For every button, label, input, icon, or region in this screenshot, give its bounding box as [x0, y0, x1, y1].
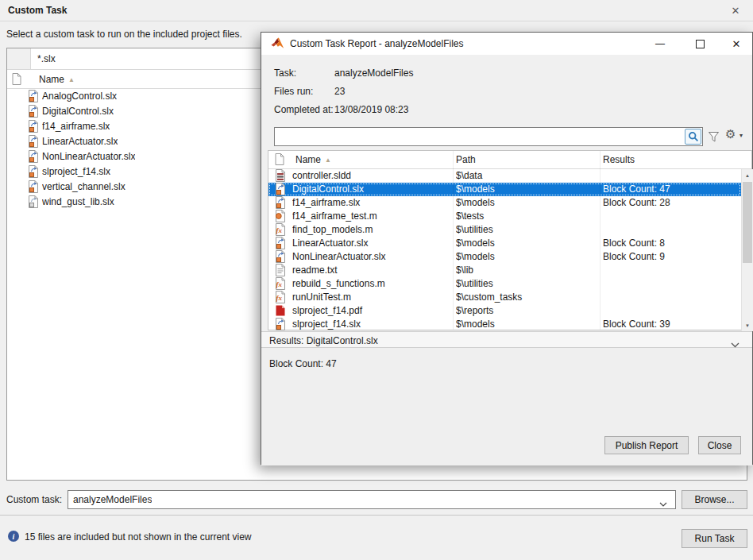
simulink-model-icon — [275, 196, 286, 209]
close-button[interactable]: Close — [698, 436, 741, 454]
file-path: $\models — [456, 318, 597, 331]
publish-report-button[interactable]: Publish Report — [604, 436, 689, 454]
text-file-icon — [275, 264, 286, 276]
window-titlebar: Custom Task ✕ — [0, 0, 753, 21]
result-value: Block Count: 28 — [603, 196, 738, 210]
column-header-name[interactable]: Name▲ — [295, 154, 331, 165]
report-info-row: Completed at:13/08/2019 08:23 — [261, 104, 752, 116]
file-path: $\utilities — [456, 223, 597, 237]
file-name: f14_airframe.slx — [292, 196, 450, 210]
result-value: Block Count: 39 — [603, 318, 738, 331]
search-button[interactable] — [685, 129, 701, 145]
scrollbar-thumb[interactable] — [743, 182, 752, 263]
filter-button[interactable] — [706, 129, 720, 144]
table-row[interactable]: LinearActuator.slx$\modelsBlock Count: 8 — [268, 237, 741, 250]
result-value: Block Count: 8 — [603, 237, 738, 250]
file-name: controller.sldd — [292, 169, 450, 183]
simulink-model-icon — [28, 120, 39, 133]
filter-gutter — [7, 48, 31, 69]
info-icon: i — [8, 531, 19, 542]
pdf-file-icon — [275, 304, 286, 317]
sort-ascending-icon: ▲ — [325, 156, 331, 164]
scroll-down-icon[interactable]: ▼ — [742, 319, 753, 331]
name-column-label: Name — [39, 74, 64, 85]
file-path: $\data — [456, 169, 597, 183]
info-label: Completed at: — [274, 104, 334, 116]
info-value: analyzeModelFiles — [334, 68, 413, 79]
file-name: f14_airframe_test.m — [292, 210, 450, 223]
simulink-model-icon — [28, 135, 39, 148]
table-row[interactable]: f14_airframe_test.m$\tests — [268, 210, 741, 223]
column-header-results[interactable]: Results — [603, 154, 635, 165]
custom-task-combobox[interactable]: analyzeModelFiles — [68, 490, 676, 509]
dialog-close-button[interactable]: ✕ — [727, 33, 746, 55]
search-input[interactable] — [274, 127, 703, 146]
simulink-model-icon — [275, 183, 286, 195]
report-table-header: Name▲ Path Results — [268, 151, 751, 169]
simulink-model-icon — [275, 318, 286, 330]
chevron-down-icon — [659, 498, 667, 509]
info-label: Task: — [274, 68, 296, 79]
results-section-header[interactable]: Results: DigitalControl.slx — [261, 331, 752, 348]
instruction-text: Select a custom task to run on the inclu… — [6, 29, 242, 40]
table-row[interactable]: controller.sldd$\data — [268, 169, 741, 183]
settings-button[interactable]: ⚙ ▾ — [725, 126, 749, 145]
custom-task-label: Custom task: — [6, 494, 62, 505]
minimize-button[interactable]: — — [651, 33, 670, 55]
svg-text:fx: fx — [276, 294, 283, 302]
result-detail: Block Count: 47 — [269, 358, 337, 369]
file-type-column-icon — [275, 153, 286, 166]
file-name: slproject_f14.slx — [42, 164, 110, 180]
maximize-icon — [696, 40, 705, 48]
window-close-icon[interactable]: ✕ — [728, 3, 743, 17]
file-name: vertical_channel.slx — [42, 180, 126, 195]
file-path: $\utilities — [456, 277, 597, 291]
browse-button[interactable]: Browse... — [682, 490, 747, 509]
dialog-title: Custom Task Report - analyzeModelFiles — [290, 38, 464, 49]
info-value: 23 — [334, 86, 345, 98]
custom-task-report-dialog: Custom Task Report - analyzeModelFiles —… — [261, 32, 753, 465]
file-name: AnalogControl.slx — [42, 89, 117, 104]
file-path: $\models — [456, 250, 597, 264]
file-name: find_top_models.m — [292, 223, 450, 237]
data-dictionary-icon — [275, 169, 286, 182]
file-name: LinearActuator.slx — [292, 237, 450, 250]
file-path: $\reports — [456, 304, 597, 318]
table-row[interactable]: DigitalControl.slx$\modelsBlock Count: 4… — [268, 183, 741, 196]
svg-text:fx: fx — [276, 226, 283, 234]
matlab-function-icon: fx — [275, 223, 286, 236]
simulink-model-icon — [28, 165, 39, 178]
file-path: $\models — [456, 183, 597, 196]
table-row[interactable]: slproject_f14.pdf$\reports — [268, 304, 741, 318]
result-value: Block Count: 9 — [603, 250, 738, 264]
results-header-label: Results: DigitalControl.slx — [269, 334, 378, 349]
file-name: DigitalControl.slx — [292, 183, 450, 196]
table-row[interactable]: fxfind_top_models.m$\utilities — [268, 223, 741, 237]
column-header-path[interactable]: Path — [456, 154, 476, 165]
report-info-row: Files run:23 — [261, 86, 752, 98]
table-row[interactable]: fxrebuild_s_functions.m$\utilities — [268, 277, 741, 291]
file-name: slproject_f14.pdf — [292, 304, 450, 318]
simulink-model-icon — [28, 150, 39, 163]
table-row[interactable]: readme.txt$\lib — [268, 264, 741, 277]
table-row[interactable]: fxrunUnitTest.m$\custom_tasks — [268, 291, 741, 304]
file-name: DigitalControl.slx — [42, 104, 114, 119]
result-value: Block Count: 47 — [603, 183, 738, 196]
run-task-button[interactable]: Run Task — [682, 529, 747, 548]
footer-info-text: 15 files are included but not shown in t… — [25, 531, 252, 543]
table-row[interactable]: slproject_f14.slx$\modelsBlock Count: 39 — [268, 318, 741, 331]
dropdown-caret-icon: ▾ — [739, 132, 743, 139]
simulink-model-icon — [28, 90, 39, 102]
scroll-up-icon[interactable]: ▲ — [742, 169, 753, 181]
file-path: $\models — [456, 196, 597, 210]
file-name: f14_airframe.slx — [42, 119, 110, 134]
custom-task-value: analyzeModelFiles — [73, 494, 152, 505]
file-name: rebuild_s_functions.m — [292, 277, 450, 291]
table-row[interactable]: NonLinearActuator.slx$\modelsBlock Count… — [268, 250, 741, 264]
maximize-button[interactable] — [690, 33, 709, 55]
file-name: LinearActuator.slx — [42, 134, 118, 149]
table-row[interactable]: f14_airframe.slx$\modelsBlock Count: 28 — [268, 196, 741, 210]
table-scrollbar[interactable]: ▲ ▼ — [741, 169, 753, 331]
svg-text:fx: fx — [276, 280, 283, 288]
simulink-model-icon — [275, 250, 286, 263]
